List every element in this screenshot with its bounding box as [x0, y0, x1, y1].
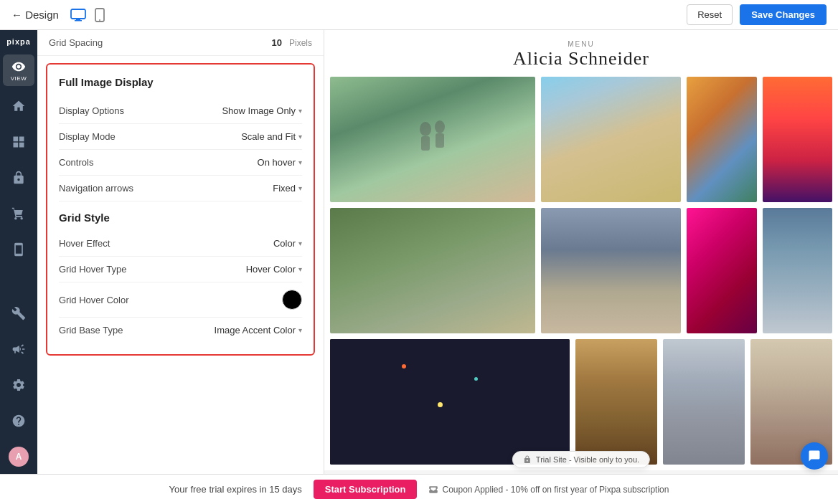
display-options-label: Display Options: [59, 105, 222, 116]
svg-rect-0: [71, 9, 85, 19]
controls-label: Controls: [59, 157, 258, 168]
display-mode-label: Display Mode: [59, 131, 241, 142]
grid-hover-type-dropdown[interactable]: Hover Color ▾: [246, 264, 302, 275]
trial-bar: Your free trial expires in 15 days Start…: [0, 474, 838, 504]
chevron-icon: ▾: [298, 326, 302, 334]
photo-cell-10: [575, 339, 657, 465]
photo-cell-5: [330, 208, 535, 333]
grid-spacing-value: 10: [272, 37, 282, 48]
sidebar-item-marketing[interactable]: [3, 333, 34, 365]
top-bar-right: Reset Save Changes: [687, 4, 827, 25]
chat-button[interactable]: [801, 442, 828, 470]
user-avatar[interactable]: A: [9, 447, 29, 467]
nav-arrows-label: Navigation arrows: [59, 183, 273, 194]
display-mode-row: Display Mode Scale and Fit ▾: [59, 124, 302, 150]
chevron-icon: ▾: [298, 184, 302, 192]
nav-arrows-dropdown[interactable]: Fixed ▾: [273, 183, 302, 194]
sidebar-item-view[interactable]: VIEW: [3, 54, 34, 86]
back-button[interactable]: ← Design: [11, 9, 59, 21]
sidebar-item-settings[interactable]: [3, 369, 34, 401]
controls-row: Controls On hover ▾: [59, 150, 302, 176]
nav-arrows-row: Navigation arrows Fixed ▾: [59, 176, 302, 201]
photo-cell-9: [330, 339, 570, 465]
sidebar-item-home[interactable]: [3, 90, 34, 122]
grid-spacing-label: Grid Spacing: [49, 37, 265, 48]
top-bar: ← Design Reset Save Changes: [0, 0, 838, 30]
desktop-icon[interactable]: [70, 9, 86, 22]
photo-cell-6: [541, 208, 681, 333]
photo-row-2: [324, 208, 838, 333]
reset-button[interactable]: Reset: [687, 4, 733, 25]
chevron-icon: ▾: [298, 265, 302, 273]
grid-base-type-label: Grid Base Type: [59, 325, 215, 336]
svg-point-5: [420, 122, 431, 136]
photo-cell-11: [663, 339, 745, 465]
controls-dropdown[interactable]: On hover ▾: [258, 157, 302, 168]
svg-rect-6: [421, 136, 430, 151]
svg-rect-2: [75, 20, 82, 22]
trial-badge: Trial Site - Visible only to you.: [512, 451, 650, 468]
sidebar-item-mobile[interactable]: [3, 234, 34, 265]
site-title: Alicia Schneider: [513, 48, 649, 70]
hover-effect-row: Hover Effect Color ▾: [59, 231, 302, 257]
grid-spacing-row: Grid Spacing 10 Pixels: [37, 30, 324, 56]
hover-effect-dropdown[interactable]: Color ▾: [273, 238, 302, 249]
svg-rect-1: [76, 19, 80, 20]
grid-style-title: Grid Style: [59, 211, 302, 224]
coupon-icon: [428, 485, 438, 495]
grid-spacing-unit: Pixels: [289, 38, 312, 48]
grid-hover-color-row: Grid Hover Color: [59, 282, 302, 318]
chevron-icon: ▾: [298, 239, 302, 247]
photo-row-3: [324, 339, 838, 465]
photo-cell-3: [687, 77, 757, 202]
photo-cell-4: [763, 77, 833, 202]
sidebar-item-help[interactable]: [3, 405, 34, 437]
top-bar-left: ← Design: [11, 8, 105, 22]
full-image-section: Full Image Display Display Options Show …: [46, 63, 315, 356]
coupon-text: Coupon Applied - 10% off on first year o…: [428, 485, 669, 495]
site-header: MENU Alicia Schneider: [513, 30, 649, 77]
preview-wrapper: MENU Alicia Schneider: [324, 30, 838, 474]
grid-hover-type-label: Grid Hover Type: [59, 264, 246, 275]
svg-rect-8: [436, 133, 444, 148]
grid-hover-type-row: Grid Hover Type Hover Color ▾: [59, 257, 302, 282]
start-subscription-button[interactable]: Start Subscription: [314, 480, 418, 499]
main-layout: pixpa VIEW: [0, 30, 838, 474]
grid-base-type-dropdown[interactable]: Image Accent Color ▾: [215, 325, 302, 336]
sidebar-item-tools[interactable]: [3, 298, 34, 329]
device-icons: [70, 8, 105, 22]
sidebar-view-label: VIEW: [11, 75, 27, 82]
chevron-icon: ▾: [298, 133, 302, 141]
grid-hover-color-swatch[interactable]: [282, 290, 302, 310]
design-panel: Grid Spacing 10 Pixels Full Image Displa…: [37, 30, 324, 474]
photo-cell-1: [330, 77, 535, 202]
photo-cell-7: [687, 208, 757, 333]
save-button[interactable]: Save Changes: [740, 4, 827, 25]
svg-point-7: [435, 120, 445, 133]
hover-effect-label: Hover Effect: [59, 238, 273, 249]
trial-text: Your free trial expires in 15 days: [169, 484, 302, 495]
photo-cell-2: [541, 77, 681, 202]
sidebar-item-lock[interactable]: [3, 162, 34, 194]
chevron-icon: ▾: [298, 107, 302, 115]
display-options-row: Display Options Show Image Only ▾: [59, 98, 302, 124]
display-mode-dropdown[interactable]: Scale and Fit ▾: [241, 131, 302, 142]
mobile-icon[interactable]: [95, 8, 105, 22]
icon-strip: pixpa VIEW: [0, 30, 37, 474]
display-options-dropdown[interactable]: Show Image Only ▾: [222, 105, 302, 116]
grid-hover-color-label: Grid Hover Color: [59, 295, 282, 305]
grid-base-type-row: Grid Base Type Image Accent Color ▾: [59, 318, 302, 343]
sidebar-item-cart[interactable]: [3, 198, 34, 229]
full-image-title: Full Image Display: [59, 76, 302, 88]
logo[interactable]: pixpa: [6, 37, 31, 46]
sidebar-item-layout[interactable]: [3, 126, 34, 158]
preview-area: MENU Alicia Schneider: [324, 30, 838, 470]
photo-row-1: [324, 77, 838, 202]
photo-cell-8: [763, 208, 833, 333]
chevron-icon: ▾: [298, 158, 302, 166]
site-menu-label: MENU: [513, 40, 649, 48]
svg-point-4: [99, 19, 100, 21]
